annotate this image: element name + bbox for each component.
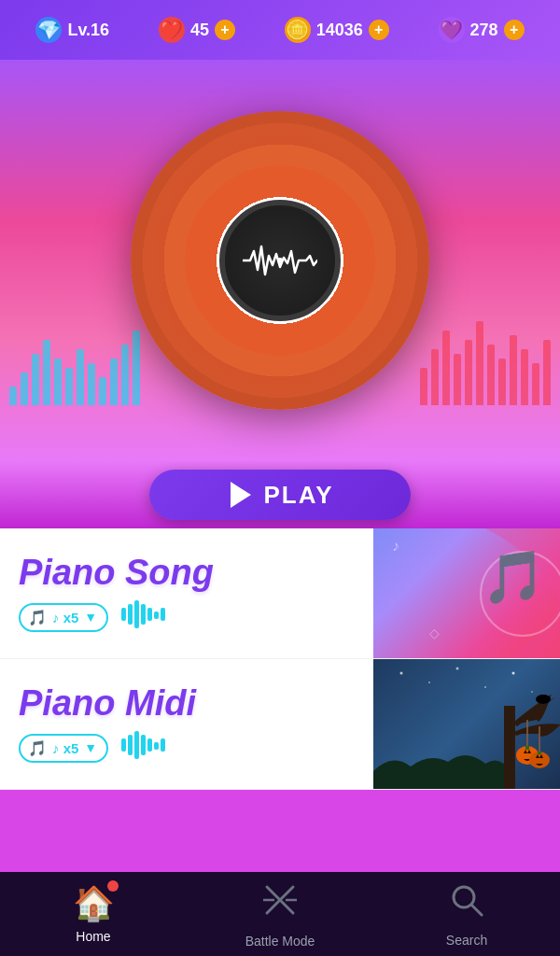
eq-bar-left bbox=[9, 387, 17, 405]
nav-home[interactable]: 🏠 Home bbox=[0, 884, 187, 944]
eq-bar-right bbox=[543, 340, 551, 405]
piano-song-title: Piano Song bbox=[19, 553, 541, 593]
note-icon-2: 🎵 bbox=[28, 739, 47, 757]
piano-midi-card[interactable]: Piano Midi 🎵 ♪ x5 ▼ bbox=[0, 659, 560, 790]
search-icon bbox=[448, 881, 485, 927]
search-magnifier-icon bbox=[448, 881, 485, 919]
nav-battle[interactable]: Battle Mode bbox=[187, 879, 373, 949]
svg-rect-34 bbox=[161, 738, 165, 752]
svg-rect-29 bbox=[128, 735, 133, 755]
vinyl-section bbox=[0, 60, 560, 461]
vinyl-center bbox=[219, 200, 341, 321]
eq-bar-left bbox=[32, 354, 39, 405]
svg-point-9 bbox=[400, 672, 403, 675]
svg-point-11 bbox=[456, 668, 459, 670]
eq-bars-left bbox=[9, 330, 140, 405]
eq-bar-left bbox=[77, 349, 84, 405]
eq-bar-left bbox=[21, 373, 28, 405]
svg-rect-28 bbox=[121, 738, 126, 752]
svg-rect-31 bbox=[141, 735, 146, 755]
piano-song-card-image: 🎵 ♪ ◇ bbox=[373, 528, 560, 659]
svg-rect-33 bbox=[154, 742, 159, 750]
waveform-icon bbox=[243, 237, 317, 284]
play-section: PLAY bbox=[0, 461, 560, 528]
eq-bar-left bbox=[110, 358, 118, 405]
gems-stat: 💜 278 + bbox=[439, 17, 525, 43]
piano-midi-title: Piano Midi bbox=[19, 683, 541, 724]
svg-point-13 bbox=[512, 672, 515, 675]
eq-bar-left bbox=[88, 363, 95, 405]
svg-rect-8 bbox=[161, 608, 165, 621]
coins-value: 14036 bbox=[316, 21, 363, 40]
piano-midi-badge-label: ♪ x5 bbox=[52, 740, 78, 756]
svg-rect-30 bbox=[134, 731, 139, 759]
bottom-nav: 🏠 Home Battle Mode Search bbox=[0, 872, 560, 956]
coins-plus-button[interactable]: + bbox=[369, 20, 389, 40]
halloween-svg bbox=[373, 659, 560, 790]
eq-bar-right bbox=[498, 358, 506, 405]
vinyl-record[interactable] bbox=[131, 111, 429, 410]
eq-bar-right bbox=[442, 330, 450, 405]
svg-rect-2 bbox=[121, 608, 126, 621]
play-triangle-icon bbox=[231, 482, 251, 508]
eq-bar-right bbox=[454, 354, 461, 405]
gems-plus-button[interactable]: + bbox=[504, 20, 525, 40]
home-notification-dot bbox=[107, 880, 119, 892]
eq-bar-left bbox=[65, 368, 73, 405]
coins-stat: 🪙 14036 + bbox=[285, 17, 389, 43]
nav-home-label: Home bbox=[76, 929, 110, 944]
audio-wave-icon-2[interactable] bbox=[121, 731, 168, 766]
gems-value: 278 bbox=[470, 21, 498, 40]
level-stat: 💎 Lv.16 bbox=[35, 17, 109, 43]
svg-rect-6 bbox=[147, 608, 152, 621]
top-bar: 💎 Lv.16 ❤️ 45 + 🪙 14036 + 💜 278 + bbox=[0, 0, 560, 60]
piano-midi-controls: 🎵 ♪ x5 ▼ bbox=[19, 731, 541, 766]
hearts-plus-button[interactable]: + bbox=[215, 20, 235, 40]
svg-marker-17 bbox=[551, 697, 555, 701]
cards-section: 🎵 ♪ ◇ Piano Song 🎵 ♪ x5 ▼ bbox=[0, 528, 560, 790]
chevron-down-icon: ▼ bbox=[84, 610, 97, 625]
battle-sword-icon bbox=[259, 879, 301, 921]
eq-bar-right bbox=[510, 335, 517, 405]
eq-bar-left bbox=[43, 340, 50, 405]
svg-rect-3 bbox=[128, 604, 133, 625]
nav-battle-label: Battle Mode bbox=[245, 934, 315, 949]
eq-bar-left bbox=[54, 358, 62, 405]
svg-point-0 bbox=[277, 258, 283, 263]
eq-bar-right bbox=[420, 368, 427, 405]
play-label: PLAY bbox=[264, 481, 334, 510]
eq-bar-right bbox=[487, 344, 495, 405]
piano-song-badge[interactable]: 🎵 ♪ x5 ▼ bbox=[19, 603, 108, 632]
svg-line-40 bbox=[471, 905, 482, 915]
piano-song-controls: 🎵 ♪ x5 ▼ bbox=[19, 600, 541, 635]
svg-rect-32 bbox=[147, 738, 152, 752]
svg-rect-4 bbox=[134, 600, 139, 628]
nav-search-label: Search bbox=[446, 933, 487, 948]
eq-bar-right bbox=[431, 349, 439, 405]
svg-rect-5 bbox=[141, 604, 146, 625]
nav-search[interactable]: Search bbox=[373, 881, 560, 948]
piano-midi-card-image bbox=[373, 659, 560, 790]
eq-bar-right bbox=[532, 363, 539, 405]
eq-bar-left bbox=[133, 330, 140, 405]
eq-bar-left bbox=[99, 377, 106, 405]
note-icon: 🎵 bbox=[28, 609, 47, 626]
hearts-stat: ❤️ 45 + bbox=[159, 17, 235, 43]
audio-wave-icon[interactable] bbox=[121, 600, 168, 635]
piano-midi-badge[interactable]: 🎵 ♪ x5 ▼ bbox=[19, 734, 108, 763]
eq-bar-right bbox=[476, 321, 483, 405]
piano-song-card[interactable]: 🎵 ♪ ◇ Piano Song 🎵 ♪ x5 ▼ bbox=[0, 528, 560, 659]
chevron-down-icon-2: ▼ bbox=[84, 740, 97, 755]
home-icon-wrap: 🏠 bbox=[73, 884, 115, 923]
eq-bars-right bbox=[420, 321, 551, 405]
piano-song-badge-label: ♪ x5 bbox=[52, 610, 78, 626]
eq-bar-right bbox=[521, 349, 528, 405]
audio-bars-icon-2 bbox=[121, 731, 168, 759]
eq-bar-right bbox=[465, 340, 472, 405]
svg-rect-7 bbox=[154, 612, 159, 619]
play-button[interactable]: PLAY bbox=[149, 470, 411, 520]
hearts-value: 45 bbox=[190, 21, 209, 40]
level-value: Lv.16 bbox=[67, 21, 109, 40]
battle-icon bbox=[259, 879, 301, 928]
eq-bar-left bbox=[121, 344, 129, 405]
